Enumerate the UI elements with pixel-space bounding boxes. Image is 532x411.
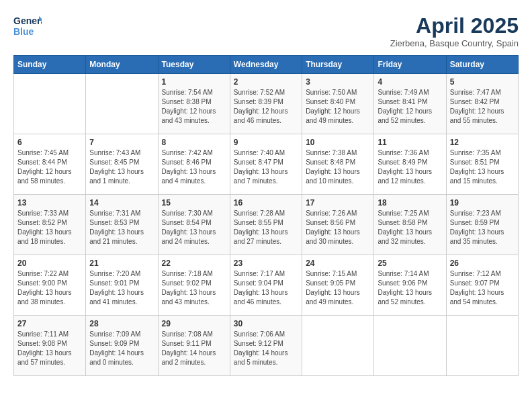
day-info: Sunrise: 7:12 AM Sunset: 9:07 PM Dayligh… <box>450 269 515 307</box>
header-saturday: Saturday <box>446 56 518 74</box>
calendar-cell: 18Sunrise: 7:25 AM Sunset: 8:58 PM Dayli… <box>374 195 446 255</box>
svg-text:Blue: Blue <box>13 26 34 37</box>
day-number: 6 <box>17 138 82 147</box>
day-info: Sunrise: 7:28 AM Sunset: 8:55 PM Dayligh… <box>234 209 298 246</box>
day-number: 3 <box>306 77 370 87</box>
location-subtitle: Zierbena, Basque Country, Spain <box>390 38 519 48</box>
header-friday: Friday <box>374 56 446 74</box>
day-number: 13 <box>17 198 82 208</box>
header-tuesday: Tuesday <box>158 56 230 74</box>
day-number: 24 <box>306 259 370 268</box>
page-header: General Blue April 2025 Zierbena, Basque… <box>13 13 519 48</box>
day-number: 22 <box>162 259 226 268</box>
calendar-cell: 30Sunrise: 7:06 AM Sunset: 9:12 PM Dayli… <box>230 316 302 376</box>
calendar-cell: 29Sunrise: 7:08 AM Sunset: 9:11 PM Dayli… <box>158 316 230 376</box>
calendar-cell <box>374 316 446 376</box>
day-number: 23 <box>234 259 298 268</box>
day-number: 18 <box>378 198 442 208</box>
day-info: Sunrise: 7:26 AM Sunset: 8:56 PM Dayligh… <box>306 209 370 246</box>
day-info: Sunrise: 7:11 AM Sunset: 9:08 PM Dayligh… <box>17 330 82 367</box>
day-info: Sunrise: 7:08 AM Sunset: 9:11 PM Dayligh… <box>162 330 226 367</box>
day-number: 15 <box>162 198 226 208</box>
calendar-cell: 8Sunrise: 7:42 AM Sunset: 8:46 PM Daylig… <box>158 134 230 195</box>
calendar-cell: 27Sunrise: 7:11 AM Sunset: 9:08 PM Dayli… <box>14 316 86 376</box>
day-info: Sunrise: 7:14 AM Sunset: 9:06 PM Dayligh… <box>378 269 442 307</box>
calendar-cell: 17Sunrise: 7:26 AM Sunset: 8:56 PM Dayli… <box>302 195 374 255</box>
header-monday: Monday <box>86 56 158 74</box>
calendar-cell: 1Sunrise: 7:54 AM Sunset: 8:38 PM Daylig… <box>158 74 230 134</box>
day-info: Sunrise: 7:38 AM Sunset: 8:48 PM Dayligh… <box>306 148 370 186</box>
day-number: 29 <box>162 319 226 328</box>
day-number: 1 <box>162 77 226 87</box>
day-number: 9 <box>234 138 298 147</box>
calendar-cell: 10Sunrise: 7:38 AM Sunset: 8:48 PM Dayli… <box>302 134 374 195</box>
calendar-cell: 2Sunrise: 7:52 AM Sunset: 8:39 PM Daylig… <box>230 74 302 134</box>
calendar-cell: 12Sunrise: 7:35 AM Sunset: 8:51 PM Dayli… <box>446 134 518 195</box>
day-number: 27 <box>17 319 82 328</box>
day-info: Sunrise: 7:52 AM Sunset: 8:39 PM Dayligh… <box>234 88 298 126</box>
day-info: Sunrise: 7:49 AM Sunset: 8:41 PM Dayligh… <box>378 88 442 126</box>
day-number: 5 <box>450 77 515 87</box>
day-info: Sunrise: 7:15 AM Sunset: 9:05 PM Dayligh… <box>306 269 370 307</box>
header-sunday: Sunday <box>14 56 86 74</box>
calendar-cell: 14Sunrise: 7:31 AM Sunset: 8:53 PM Dayli… <box>86 195 158 255</box>
day-info: Sunrise: 7:09 AM Sunset: 9:09 PM Dayligh… <box>89 330 154 367</box>
day-info: Sunrise: 7:43 AM Sunset: 8:45 PM Dayligh… <box>89 148 154 186</box>
day-number: 2 <box>234 77 298 87</box>
day-info: Sunrise: 7:54 AM Sunset: 8:38 PM Dayligh… <box>162 88 226 126</box>
day-info: Sunrise: 7:40 AM Sunset: 8:47 PM Dayligh… <box>234 148 298 186</box>
day-number: 28 <box>89 319 154 328</box>
day-info: Sunrise: 7:31 AM Sunset: 8:53 PM Dayligh… <box>89 209 154 246</box>
day-number: 26 <box>450 259 515 268</box>
calendar-cell: 6Sunrise: 7:45 AM Sunset: 8:44 PM Daylig… <box>14 134 86 195</box>
day-info: Sunrise: 7:47 AM Sunset: 8:42 PM Dayligh… <box>450 88 515 126</box>
calendar-cell: 23Sunrise: 7:17 AM Sunset: 9:04 PM Dayli… <box>230 255 302 316</box>
svg-text:General: General <box>13 15 42 26</box>
day-number: 7 <box>89 138 154 147</box>
day-info: Sunrise: 7:25 AM Sunset: 8:58 PM Dayligh… <box>378 209 442 246</box>
day-info: Sunrise: 7:18 AM Sunset: 9:02 PM Dayligh… <box>162 269 226 307</box>
day-info: Sunrise: 7:06 AM Sunset: 9:12 PM Dayligh… <box>234 330 298 367</box>
month-title: April 2025 <box>390 13 519 38</box>
calendar-cell: 9Sunrise: 7:40 AM Sunset: 8:47 PM Daylig… <box>230 134 302 195</box>
day-number: 30 <box>234 319 298 328</box>
calendar-cell: 24Sunrise: 7:15 AM Sunset: 9:05 PM Dayli… <box>302 255 374 316</box>
day-info: Sunrise: 7:50 AM Sunset: 8:40 PM Dayligh… <box>306 88 370 126</box>
day-number: 16 <box>234 198 298 208</box>
day-info: Sunrise: 7:45 AM Sunset: 8:44 PM Dayligh… <box>17 148 82 186</box>
header-wednesday: Wednesday <box>230 56 302 74</box>
calendar-cell <box>302 316 374 376</box>
calendar-cell: 20Sunrise: 7:22 AM Sunset: 9:00 PM Dayli… <box>14 255 86 316</box>
calendar-table: SundayMondayTuesdayWednesdayThursdayFrid… <box>13 55 519 376</box>
calendar-cell: 13Sunrise: 7:33 AM Sunset: 8:52 PM Dayli… <box>14 195 86 255</box>
day-number: 17 <box>306 198 370 208</box>
day-number: 8 <box>162 138 226 147</box>
calendar-cell: 16Sunrise: 7:28 AM Sunset: 8:55 PM Dayli… <box>230 195 302 255</box>
day-number: 25 <box>378 259 442 268</box>
calendar-cell: 5Sunrise: 7:47 AM Sunset: 8:42 PM Daylig… <box>446 74 518 134</box>
day-info: Sunrise: 7:30 AM Sunset: 8:54 PM Dayligh… <box>162 209 226 246</box>
calendar-cell: 7Sunrise: 7:43 AM Sunset: 8:45 PM Daylig… <box>86 134 158 195</box>
calendar-cell: 21Sunrise: 7:20 AM Sunset: 9:01 PM Dayli… <box>86 255 158 316</box>
calendar-cell <box>14 74 86 134</box>
calendar-cell <box>446 316 518 376</box>
day-info: Sunrise: 7:20 AM Sunset: 9:01 PM Dayligh… <box>89 269 154 307</box>
day-number: 20 <box>17 259 82 268</box>
header-thursday: Thursday <box>302 56 374 74</box>
day-info: Sunrise: 7:42 AM Sunset: 8:46 PM Dayligh… <box>162 148 226 186</box>
logo: General Blue <box>13 13 42 39</box>
day-info: Sunrise: 7:22 AM Sunset: 9:00 PM Dayligh… <box>17 269 82 307</box>
day-number: 12 <box>450 138 515 147</box>
day-info: Sunrise: 7:36 AM Sunset: 8:49 PM Dayligh… <box>378 148 442 186</box>
calendar-cell: 15Sunrise: 7:30 AM Sunset: 8:54 PM Dayli… <box>158 195 230 255</box>
title-block: April 2025 Zierbena, Basque Country, Spa… <box>390 13 519 48</box>
calendar-cell: 11Sunrise: 7:36 AM Sunset: 8:49 PM Dayli… <box>374 134 446 195</box>
day-number: 4 <box>378 77 442 87</box>
day-number: 10 <box>306 138 370 147</box>
day-number: 21 <box>89 259 154 268</box>
day-info: Sunrise: 7:17 AM Sunset: 9:04 PM Dayligh… <box>234 269 298 307</box>
day-info: Sunrise: 7:35 AM Sunset: 8:51 PM Dayligh… <box>450 148 515 186</box>
calendar-cell <box>86 74 158 134</box>
day-number: 11 <box>378 138 442 147</box>
logo-svg: General Blue <box>13 13 42 39</box>
